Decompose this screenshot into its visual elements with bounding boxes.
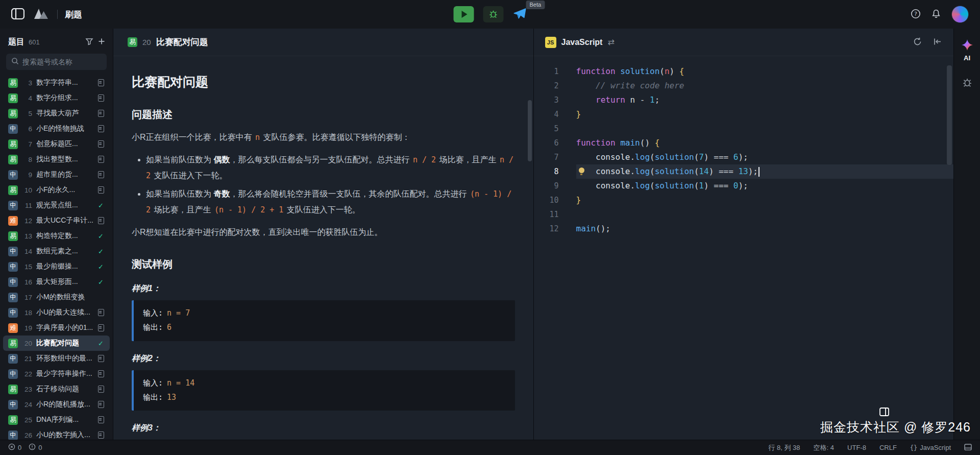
search-icon: [11, 57, 19, 67]
search-input[interactable]: [22, 58, 102, 66]
problem-list-item[interactable]: 难 19 字典序最小的01...: [3, 320, 110, 336]
problem-list-item[interactable]: 中 11 观光景点组...: [3, 198, 110, 213]
output-value: 6: [167, 323, 172, 332]
indent-setting[interactable]: 空格: 4: [814, 443, 834, 452]
problem-list-item[interactable]: 易 4 数字分组求...: [3, 90, 110, 106]
input-value: n = 7: [167, 308, 190, 318]
problem-number: 6: [22, 125, 32, 133]
problem-scrollbar[interactable]: [528, 100, 532, 161]
topbar-divider: [57, 10, 58, 19]
problem-title: 环形数组中的最...: [36, 354, 93, 363]
avatar[interactable]: [951, 6, 969, 23]
warnings-indicator[interactable]: 0: [29, 443, 42, 452]
svg-text:?: ?: [914, 11, 917, 17]
filter-button[interactable]: [85, 37, 93, 47]
search-box: [6, 54, 107, 70]
difficulty-badge: 易: [8, 139, 18, 149]
problem-title: 最大矩形面...: [36, 277, 93, 286]
cursor-position[interactable]: 行 8, 列 38: [768, 443, 800, 452]
problem-number: 25: [22, 416, 32, 424]
paper-plane-icon: [513, 7, 527, 22]
problem-list-item[interactable]: 中 22 最少字符串操作...: [3, 366, 110, 381]
ai-label: AI: [964, 54, 970, 62]
difficulty-badge: 难: [8, 216, 18, 226]
status-icon: [97, 125, 105, 132]
problem-list-item[interactable]: 中 26 小U的数字插入...: [3, 427, 110, 440]
run-button[interactable]: [454, 6, 474, 22]
problem-content: 比赛配对问题 问题描述 小R正在组织一个比赛，比赛中有 n 支队伍参赛。比赛遵循…: [113, 56, 533, 440]
problem-list-item[interactable]: 易 10 小F的永久...: [3, 182, 110, 198]
problem-number: 26: [22, 432, 32, 439]
problem-list-item[interactable]: 中 6 小E的怪物挑战: [3, 121, 110, 136]
problem-list-item[interactable]: 易 20 比赛配对问题: [3, 336, 110, 351]
language-label: JavaScript: [561, 38, 603, 47]
problem-list-item[interactable]: 易 23 石子移动问题: [3, 381, 110, 397]
mountain-logo-icon: [32, 7, 50, 22]
debug-bug-icon: [489, 9, 498, 20]
help-button[interactable]: ?: [911, 9, 921, 20]
problem-title: 石子移动问题: [36, 385, 93, 394]
statusbar-left: 0 0: [8, 443, 42, 452]
share-button[interactable]: Beta: [513, 7, 527, 22]
filter-icon: [85, 37, 93, 47]
problem-list-item[interactable]: 中 9 超市里的货...: [3, 167, 110, 182]
problem-list-item[interactable]: 易 8 找出整型数...: [3, 152, 110, 167]
problem-title: 找出整型数...: [36, 155, 93, 164]
brand-label: 刷题: [65, 9, 82, 20]
problem-list-item[interactable]: 中 14 数组元素之...: [3, 244, 110, 259]
problem-list-item[interactable]: 易 13 构造特定数...: [3, 228, 110, 244]
problem-list-item[interactable]: 中 16 最大矩形面...: [3, 274, 110, 290]
feedback-bug-button[interactable]: [962, 77, 972, 89]
code-editor[interactable]: 1function solution(n) {2 // write code h…: [534, 56, 954, 440]
problem-list-item[interactable]: 中 17 小M的数组变换: [3, 290, 110, 305]
problem-number: 15: [22, 263, 32, 271]
problem-title: DNA序列编...: [36, 415, 93, 424]
sidebar-toggle-button[interactable]: [11, 8, 24, 21]
eol-setting[interactable]: CRLF: [879, 444, 897, 451]
switch-language-icon[interactable]: [607, 37, 614, 47]
problem-number: 13: [22, 232, 32, 240]
reset-code-icon: [933, 37, 942, 48]
editor-scrollbar[interactable]: [947, 65, 952, 165]
errors-indicator[interactable]: 0: [8, 443, 21, 452]
problem-list-item[interactable]: 中 21 环形数组中的最...: [3, 351, 110, 366]
output-label: 输出:: [143, 393, 163, 402]
refresh-button[interactable]: [913, 37, 922, 48]
add-problem-button[interactable]: [97, 37, 106, 47]
editor-header: JS JavaScript: [534, 29, 954, 56]
problem-list-item[interactable]: 易 7 创意标题匹...: [3, 136, 110, 152]
status-icon: [97, 94, 105, 102]
problem-list-item[interactable]: 中 15 最少前缀操...: [3, 259, 110, 274]
problem-list-item[interactable]: 易 3 数字字符串...: [3, 75, 110, 90]
difficulty-badge: 易: [8, 185, 18, 195]
sample-block: 输入:n = 7 输出:6: [132, 300, 515, 341]
status-icon: [97, 232, 105, 240]
sample: 样例1： 输入:n = 7 输出:6: [132, 283, 515, 341]
encoding-setting[interactable]: UTF-8: [847, 444, 866, 451]
problem-list-item[interactable]: 易 5 寻找最大葫芦: [3, 106, 110, 121]
problem-title: 比赛配对问题: [36, 339, 93, 348]
problem-number: 5: [22, 110, 32, 117]
status-icon: [97, 171, 105, 178]
notifications-button[interactable]: [931, 9, 941, 20]
problem-title: 小R的随机播放...: [36, 400, 93, 409]
problem-header-title: 比赛配对问题: [156, 36, 208, 48]
problem-number: 24: [22, 401, 32, 409]
language-mode[interactable]: JavaScript: [910, 444, 951, 451]
status-icon: [97, 140, 105, 148]
difficulty-badge: 中: [8, 293, 18, 302]
problem-number: 21: [22, 355, 32, 363]
difficulty-badge: 中: [8, 262, 18, 272]
debug-button[interactable]: [483, 6, 504, 22]
problem-list-item[interactable]: 难 12 最大UCC子串计...: [3, 213, 110, 228]
problem-list-item[interactable]: 中 24 小R的随机播放...: [3, 397, 110, 412]
js-icon: JS: [545, 37, 556, 48]
problem-list-item[interactable]: 易 25 DNA序列编...: [3, 412, 110, 427]
problem-list-item[interactable]: 中 18 小U的最大连续...: [3, 305, 110, 320]
app-root: 刷题 Beta: [0, 0, 980, 455]
reset-code-button[interactable]: [933, 37, 942, 48]
panel-layout-button[interactable]: [964, 444, 972, 452]
status-icon: [97, 217, 105, 224]
ai-assistant-button[interactable]: AI: [961, 39, 973, 62]
status-icon: [97, 386, 105, 393]
